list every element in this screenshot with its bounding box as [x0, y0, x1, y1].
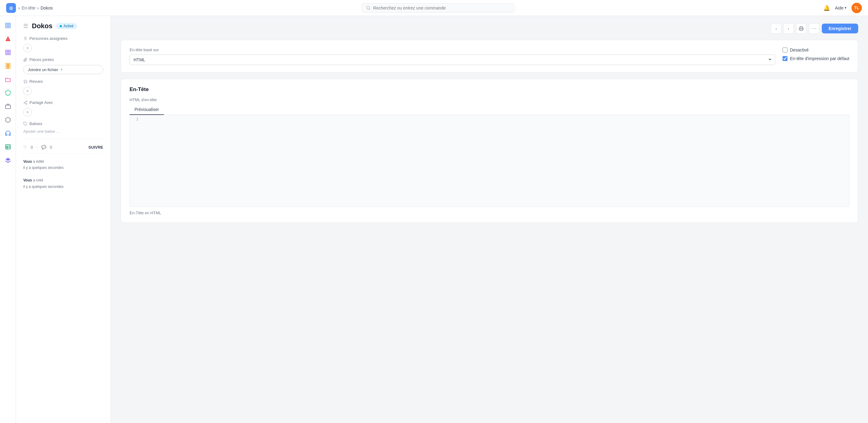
- checkbox-group: Desactivé En-tête d'impression par défau…: [782, 48, 849, 61]
- default-print-checkbox-item: En-tête d'impression par défaut: [782, 56, 849, 61]
- save-button[interactable]: Enregistrer: [822, 24, 858, 33]
- svg-rect-13: [7, 64, 8, 65]
- svg-rect-11: [8, 53, 10, 55]
- breadcrumb-separator2: ›: [37, 5, 39, 10]
- breadcrumb-entete[interactable]: En-tête: [22, 5, 35, 10]
- disabled-checkbox[interactable]: [782, 48, 787, 52]
- left-sidebar: [0, 16, 16, 423]
- nav-left: ◎ › En-tête › Dokos: [6, 3, 53, 13]
- comment-icon[interactable]: 💬: [41, 145, 46, 149]
- top-navigation: ◎ › En-tête › Dokos 🔔 Aide ▾ TL: [0, 0, 868, 16]
- svg-rect-14: [8, 64, 9, 65]
- svg-rect-4: [5, 26, 7, 28]
- edited-prefix: a édité: [33, 160, 44, 164]
- app-logo[interactable]: ◎: [6, 3, 16, 13]
- svg-point-0: [367, 6, 370, 9]
- config-form-row: En-tête basé sur HTML Jinja Vue Desactiv…: [129, 48, 849, 65]
- default-print-checkbox[interactable]: [782, 56, 787, 61]
- sidebar-item-layers[interactable]: [2, 154, 14, 166]
- svg-rect-8: [5, 50, 7, 52]
- footer-label: En-Tête en HTML: [129, 210, 849, 215]
- created-time: il y a quelques secondes: [23, 185, 63, 189]
- like-icon[interactable]: ♡: [23, 145, 27, 149]
- sidebar-item-table[interactable]: [2, 141, 14, 153]
- search-input[interactable]: [373, 5, 510, 10]
- svg-line-1: [369, 8, 370, 9]
- print-button[interactable]: [796, 23, 806, 34]
- comment-count: 0: [50, 145, 52, 149]
- svg-rect-16: [8, 66, 9, 67]
- avatar[interactable]: TL: [851, 3, 862, 13]
- html-label: HTML d'en-tête: [129, 97, 849, 102]
- ellipsis-icon: ···: [812, 26, 816, 31]
- search-icon: [366, 5, 371, 10]
- add-assigned-button[interactable]: +: [23, 44, 32, 52]
- sidebar-item-alert[interactable]: [2, 33, 14, 45]
- follow-button[interactable]: SUIVRE: [89, 145, 103, 149]
- code-editor[interactable]: 1: [129, 115, 849, 207]
- meta-footer: ♡ 0 · 💬 0 SUIVRE Vous a édité il y a que…: [23, 145, 103, 190]
- created-prefix: a créé: [33, 178, 43, 182]
- svg-rect-5: [8, 26, 10, 28]
- svg-line-29: [25, 102, 26, 102]
- add-review-button[interactable]: +: [23, 87, 32, 95]
- status-dot: [60, 25, 62, 27]
- disabled-checkbox-item: Desactivé: [782, 48, 849, 52]
- status-badge: Activé: [56, 23, 77, 29]
- add-shared-button[interactable]: +: [23, 108, 32, 116]
- svg-point-23: [25, 37, 26, 38]
- based-on-group: En-tête basé sur HTML Jinja Vue: [129, 48, 775, 65]
- sidebar-item-home[interactable]: [2, 20, 14, 31]
- header-section-title: En-Tête: [129, 86, 849, 92]
- edited-info: Vous a édité il y a quelques secondes: [23, 159, 103, 171]
- prev-button[interactable]: ‹: [771, 23, 781, 34]
- attachments-label: Pièces jointes: [29, 57, 54, 62]
- next-button[interactable]: ›: [783, 23, 794, 34]
- shared-section-label: Partagé Avec: [23, 100, 103, 105]
- svg-point-7: [8, 40, 8, 40]
- svg-rect-2: [5, 23, 7, 25]
- sidebar-item-grid[interactable]: [2, 47, 14, 58]
- svg-rect-9: [8, 50, 10, 52]
- help-button[interactable]: Aide ▾: [835, 5, 846, 10]
- svg-rect-3: [8, 23, 10, 25]
- svg-point-26: [24, 102, 25, 103]
- tab-preview[interactable]: Prévisualiser: [129, 105, 164, 115]
- svg-marker-24: [24, 80, 27, 83]
- edited-time: il y a quelques secondes: [23, 166, 63, 170]
- sidebar-item-briefcase[interactable]: [2, 101, 14, 112]
- based-on-select[interactable]: HTML Jinja Vue: [129, 55, 775, 65]
- sidebar-item-folder[interactable]: [2, 74, 14, 85]
- svg-rect-31: [800, 29, 802, 30]
- svg-line-28: [25, 103, 26, 103]
- add-tag-input[interactable]: Ajouter une balise ...: [23, 129, 103, 134]
- config-card: En-tête basé sur HTML Jinja Vue Desactiv…: [121, 40, 858, 73]
- print-icon: [799, 26, 804, 31]
- sidebar-item-headset[interactable]: [2, 128, 14, 139]
- like-count: 0: [31, 145, 33, 149]
- search-area: [362, 3, 515, 12]
- line-number: 1: [130, 116, 142, 121]
- main-layout: ☰ Dokos Activé Personnes assignées + Piè…: [16, 16, 868, 423]
- search-bar[interactable]: [362, 3, 515, 12]
- edit-info: Vous a édité il y a quelques secondes Vo…: [23, 159, 103, 190]
- svg-rect-15: [7, 66, 8, 67]
- breadcrumb: › En-tête › Dokos: [19, 5, 53, 10]
- sidebar-item-building[interactable]: [2, 60, 14, 72]
- sidebar-item-shield[interactable]: [2, 87, 14, 99]
- hamburger-icon[interactable]: ☰: [23, 23, 28, 29]
- editor-name: Vous: [23, 160, 32, 164]
- attach-plus-icon: +: [60, 67, 63, 72]
- sidebar-item-box[interactable]: [2, 114, 14, 126]
- attach-file-button[interactable]: Joindre un fichier +: [23, 65, 103, 74]
- nav-right: 🔔 Aide ▾ TL: [823, 3, 862, 13]
- reviews-section-label: Revues: [23, 79, 103, 84]
- creator-name: Vous: [23, 178, 32, 182]
- based-on-label: En-tête basé sur: [129, 48, 775, 52]
- code-line-1: 1: [130, 115, 849, 122]
- content-topbar: ‹ › ··· Enregistrer: [121, 23, 858, 34]
- notification-icon[interactable]: 🔔: [823, 5, 830, 11]
- more-button[interactable]: ···: [809, 23, 819, 34]
- status-label: Activé: [63, 24, 73, 28]
- nav-arrows: ‹ ›: [771, 23, 794, 34]
